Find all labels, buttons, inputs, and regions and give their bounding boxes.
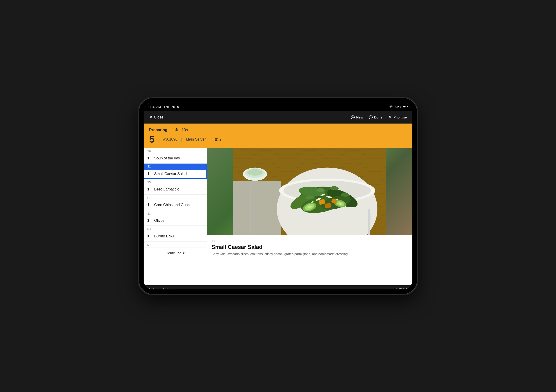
seat-label-s6: S6: [144, 148, 207, 154]
done-label: Done: [374, 115, 382, 119]
done-button[interactable]: Done: [369, 115, 382, 119]
food-info: S2 Small Caesar Salad Baby kale, avocado…: [207, 235, 412, 285]
item-name: Burrito Bowl: [154, 234, 174, 238]
seat-label-m3: M3: [144, 242, 207, 247]
status-label: Preparing: [149, 128, 167, 132]
close-label: Close: [154, 115, 163, 119]
left-panel: S6 1 Soup of the day S2 1 Small Caesar S…: [144, 148, 207, 285]
guests-icon: [215, 138, 219, 141]
svg-point-5: [215, 138, 216, 139]
item-name: Soup of the day: [154, 156, 180, 160]
prioritise-icon: [388, 115, 392, 119]
seat-label-s2-selected: S2: [144, 164, 207, 169]
seat-group-s5: S5 1 Beet Carpaccio: [144, 179, 207, 195]
chevron-down-icon: ▾: [183, 251, 185, 255]
list-item[interactable]: 1 Beet Carpaccio: [144, 185, 207, 194]
item-qty: 1: [147, 172, 152, 176]
divider2: |: [181, 137, 182, 142]
item-qty: 1: [147, 187, 152, 191]
seat-group-m2: M2 1 Burrito Bowl: [144, 226, 207, 242]
list-item[interactable]: 1 Soup of the day: [144, 154, 207, 163]
continued-label: Continued: [166, 251, 181, 255]
divider: |: [158, 137, 159, 142]
svg-rect-2: [403, 106, 405, 108]
seat-group-s7: S7 1 Corn Chips and Guac: [144, 195, 207, 210]
seat-group-m3: M3: [144, 242, 207, 248]
item-qty: 1: [147, 219, 152, 223]
prioritise-button[interactable]: Prioritise: [388, 115, 407, 119]
seat-group-s2: S2 1 Small Caesar Salad: [144, 164, 207, 179]
list-item-selected[interactable]: 1 Small Caesar Salad: [144, 169, 207, 179]
top-nav: ✕ Close New: [144, 111, 412, 123]
list-item[interactable]: 1 Burrito Bowl: [144, 232, 207, 241]
server-name: Main Server: [186, 137, 206, 141]
food-image: [207, 148, 412, 235]
app-name: Lightspeed Kitchen: [149, 288, 175, 290]
wifi-icon: [389, 105, 393, 108]
salad-svg: [207, 148, 412, 235]
seat-label-s7: S7: [144, 195, 207, 201]
timer-label: 14m 10s: [173, 128, 188, 132]
guests-count: 2: [215, 137, 222, 141]
battery-percent: 54%: [395, 105, 401, 108]
food-description: Baby kale, avocado slices, croutons, cri…: [211, 252, 408, 256]
divider3: |: [209, 137, 211, 142]
battery-icon: [403, 105, 408, 108]
main-content: S6 1 Soup of the day S2 1 Small Caesar S…: [144, 148, 412, 285]
svg-point-4: [369, 115, 372, 119]
status-time: 11:47 AM: [148, 105, 161, 108]
new-label: New: [356, 115, 363, 119]
seat-label-s5: S5: [144, 179, 207, 185]
list-item[interactable]: 1 Corn Chips and Guac: [144, 201, 207, 210]
continued-button[interactable]: Continued ▾: [144, 248, 207, 258]
new-button[interactable]: New: [351, 115, 363, 119]
svg-rect-40: [325, 203, 331, 208]
prioritise-label: Prioritise: [394, 115, 407, 119]
item-qty: 1: [147, 203, 152, 207]
done-icon: [369, 115, 373, 119]
item-name: Olives: [154, 219, 164, 223]
bottom-time: 11:47 AM: [394, 288, 407, 290]
svg-rect-9: [233, 181, 281, 236]
item-qty: 1: [147, 234, 152, 238]
svg-point-6: [217, 138, 218, 139]
food-seat-tag: S2: [211, 239, 408, 242]
order-id: #361090: [163, 137, 178, 141]
item-name: Corn Chips and Guac: [154, 203, 190, 207]
close-icon: ✕: [149, 115, 152, 119]
order-number: 5: [149, 135, 154, 144]
close-button[interactable]: ✕ Close: [149, 115, 163, 119]
seat-group-s6: S6 1 Soup of the day: [144, 148, 207, 164]
status-date: Thu Feb 20: [164, 105, 179, 108]
right-panel: S2 Small Caesar Salad Baby kale, avocado…: [207, 148, 412, 285]
status-bar: 11:47 AM Thu Feb 20 54%: [144, 103, 412, 111]
new-icon: [351, 115, 355, 119]
bottom-bar: Lightspeed Kitchen 11:47 AM: [144, 285, 412, 289]
order-header: Preparing 14m 10s 5 | #361090 | Main Ser…: [144, 123, 412, 148]
item-name: Beet Carpaccio: [154, 187, 179, 191]
svg-point-14: [247, 169, 263, 176]
list-item[interactable]: 1 Olives: [144, 216, 207, 226]
seat-label-m2: M2: [144, 226, 207, 232]
seat-label-s3: S3: [144, 210, 207, 216]
seat-group-s3: S3 1 Olives: [144, 210, 207, 226]
svg-point-0: [391, 108, 392, 108]
item-name: Small Caesar Salad: [154, 172, 187, 176]
food-title: Small Caesar Salad: [211, 244, 408, 250]
item-qty: 1: [147, 156, 152, 160]
